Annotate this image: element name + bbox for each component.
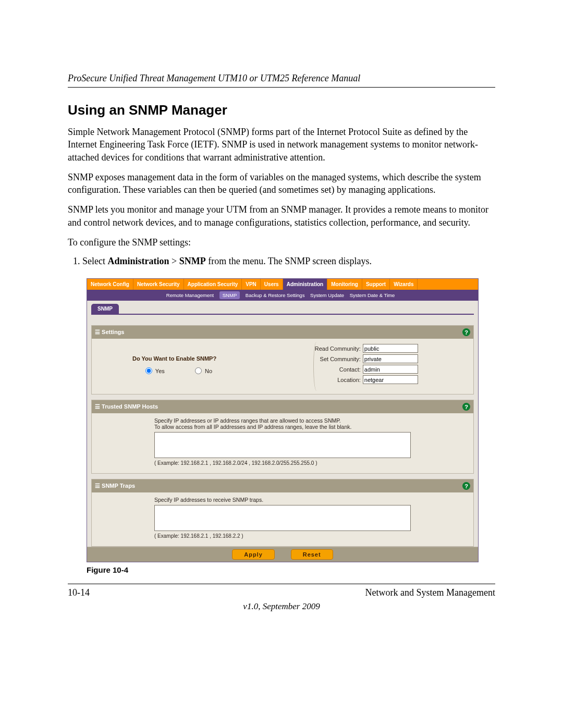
trusted-panel-head: ☰ Trusted SNMP Hosts ? — [92, 400, 473, 413]
contact-input[interactable] — [363, 365, 418, 374]
figure-caption: Figure 10-4 — [87, 565, 495, 574]
trusted-line1: Specify IP addresses or IP address range… — [154, 417, 411, 424]
help-icon[interactable]: ? — [462, 328, 470, 336]
header-rule — [68, 87, 495, 88]
nav-network-security[interactable]: Network Security — [133, 279, 184, 290]
step-1-snmp: SNMP — [179, 256, 206, 266]
reset-button[interactable]: Reset — [291, 549, 333, 560]
paragraph-2: SNMP exposes management data in the form… — [68, 171, 495, 196]
step-1-gt: > — [169, 256, 179, 266]
paragraph-3: SNMP lets you monitor and manage your UT… — [68, 203, 495, 229]
location-input[interactable] — [363, 375, 418, 384]
trusted-hosts-textarea[interactable] — [154, 432, 411, 458]
footer-chapter: Network and System Management — [365, 587, 495, 598]
nav-users[interactable]: Users — [261, 279, 283, 290]
location-label: Location: — [301, 377, 363, 383]
help-icon[interactable]: ? — [462, 482, 470, 490]
settings-panel: ☰ Settings ? Do You Want to Enable SNMP?… — [91, 325, 474, 394]
set-community-label: Set Community: — [301, 356, 363, 362]
step-1-prefix: Select — [82, 256, 107, 266]
trusted-line2: To allow access from all IP addresses an… — [154, 424, 411, 430]
radio-no-label[interactable]: No — [192, 368, 212, 374]
step-1-admin: Administration — [107, 256, 169, 266]
radio-yes-label[interactable]: Yes — [143, 368, 165, 374]
subnav-update[interactable]: System Update — [310, 292, 344, 298]
snmp-screenshot: Network Config Network Security Applicat… — [87, 278, 479, 562]
settings-title: ☰ Settings — [95, 329, 124, 336]
radio-no[interactable] — [195, 367, 202, 374]
set-community-input[interactable] — [363, 354, 418, 363]
footer-version: v1.0, September 2009 — [68, 601, 495, 612]
trusted-title: ☰ Trusted SNMP Hosts — [95, 403, 158, 410]
settings-divider — [313, 342, 321, 391]
radio-yes[interactable] — [145, 367, 152, 374]
traps-textarea[interactable] — [154, 505, 411, 531]
nav-support[interactable]: Support — [362, 279, 390, 290]
sub-nav: Remote Management SNMP Backup & Restore … — [87, 290, 478, 301]
running-header: ProSecure Unified Threat Management UTM1… — [68, 73, 495, 84]
subnav-backup[interactable]: Backup & Restore Settings — [246, 292, 305, 298]
tab-underline — [91, 314, 474, 315]
nav-administration[interactable]: Administration — [283, 279, 328, 290]
button-row: Apply Reset — [87, 547, 478, 562]
step-1: Select Administration > SNMP from the me… — [82, 256, 495, 267]
traps-example: ( Example: 192.168.2.1 , 192.168.2.2 ) — [154, 533, 411, 539]
footer-rule — [68, 584, 495, 584]
contact-label: Contact: — [301, 366, 363, 373]
paragraph-4: To configure the SNMP settings: — [68, 236, 495, 249]
traps-panel-head: ☰ SNMP Traps ? — [92, 479, 473, 492]
step-1-suffix: from the menu. The SNMP screen displays. — [206, 256, 372, 266]
apply-button[interactable]: Apply — [232, 549, 275, 560]
traps-title: ☰ SNMP Traps — [95, 483, 135, 489]
subnav-remote[interactable]: Remote Management — [166, 292, 214, 298]
subnav-date[interactable]: System Date & Time — [350, 292, 395, 298]
section-title: Using an SNMP Manager — [68, 102, 495, 118]
traps-panel: ☰ SNMP Traps ? Specify IP addresses to r… — [91, 479, 474, 547]
read-community-label: Read Community: — [301, 346, 363, 352]
traps-line1: Specify IP addresses to receive SNMP tra… — [154, 497, 411, 503]
subnav-snmp[interactable]: SNMP — [219, 291, 240, 299]
nav-vpn[interactable]: VPN — [242, 279, 261, 290]
main-nav: Network Config Network Security Applicat… — [87, 279, 478, 290]
nav-network-config[interactable]: Network Config — [87, 279, 133, 290]
paragraph-1: Simple Network Management Protocol (SNMP… — [68, 126, 495, 164]
enable-snmp-question: Do You Want to Enable SNMP? — [132, 355, 301, 362]
settings-panel-head: ☰ Settings ? — [92, 326, 473, 339]
nav-wizards[interactable]: Wizards — [390, 279, 418, 290]
nav-app-security[interactable]: Application Security — [184, 279, 242, 290]
footer-page-number: 10-14 — [68, 587, 90, 598]
nav-monitoring[interactable]: Monitoring — [327, 279, 362, 290]
tab-snmp[interactable]: SNMP — [91, 304, 119, 314]
tab-row: SNMP — [87, 301, 478, 314]
help-icon[interactable]: ? — [462, 403, 470, 411]
trusted-hosts-panel: ☰ Trusted SNMP Hosts ? Specify IP addres… — [91, 400, 474, 474]
trusted-example: ( Example: 192.168.2.1 , 192.168.2.0/24 … — [154, 460, 411, 466]
read-community-input[interactable] — [363, 344, 418, 353]
